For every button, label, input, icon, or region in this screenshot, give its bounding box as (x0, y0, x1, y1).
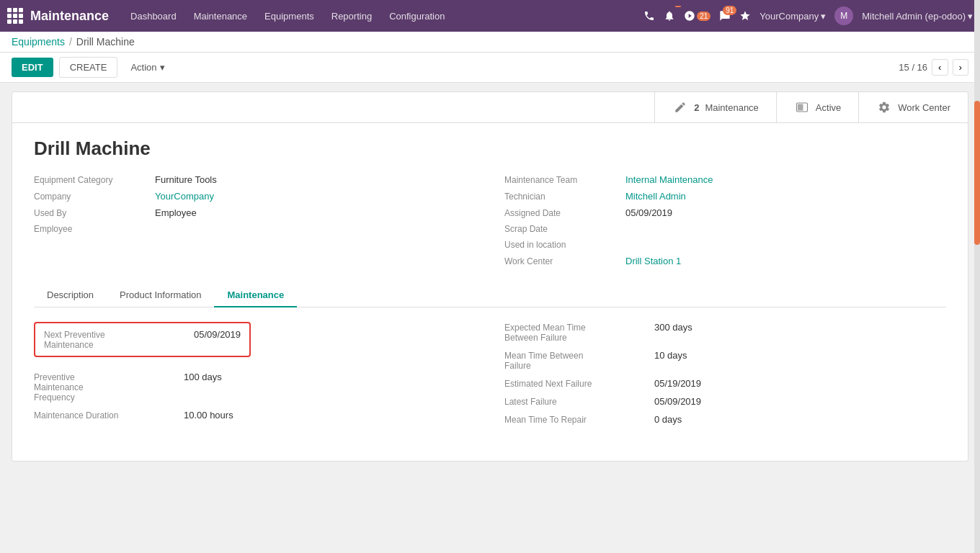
action-chevron-icon: ▾ (160, 62, 165, 73)
user-label: Mitchell Admin (ep-odoo) (862, 11, 966, 22)
grid-icon[interactable] (7, 8, 23, 24)
activity-badge: 21 (697, 12, 710, 21)
field-label-estimated-next-failure: Estimated Next Failure (504, 379, 649, 389)
record-card: 2 Maintenance Active Work Center Drill M… (12, 91, 968, 462)
field-label-used-by: Used By (34, 208, 149, 218)
active-label: Active (816, 102, 841, 113)
breadcrumb-separator: / (69, 36, 72, 48)
field-value-company[interactable]: YourCompany (155, 191, 214, 202)
record-body: Drill Machine Equipment Category Furnitu… (12, 123, 968, 461)
maintenance-label: Maintenance (705, 102, 758, 113)
field-equipment-category: Equipment Category Furniture Tools (34, 174, 476, 185)
bell-icon[interactable] (664, 10, 675, 22)
record-title: Drill Machine (34, 138, 946, 160)
action-label: Action (130, 62, 156, 73)
action-dropdown[interactable]: Action ▾ (123, 58, 172, 77)
app-title: Maintenance (30, 9, 109, 24)
field-used-by: Used By Employee (34, 207, 476, 218)
nav-equipments[interactable]: Equipments (257, 8, 321, 24)
field-label-preventive-frequency: PreventiveMaintenanceFrequency (34, 372, 178, 403)
field-value-estimated-next-failure: 05/19/2019 (654, 378, 701, 389)
tab-left-col: Next PreventiveMaintenance 05/09/2019 Pr… (34, 322, 476, 432)
field-label-expected-mtbf: Expected Mean TimeBetween Failure (504, 323, 649, 343)
stat-row: 2 Maintenance Active Work Center (12, 92, 968, 123)
create-button[interactable]: CREATE (59, 57, 118, 78)
scrollbar-thumb (974, 101, 980, 245)
workcenter-label: Work Center (898, 102, 950, 113)
field-scrap-date: Scrap Date (504, 224, 946, 234)
breadcrumb-parent[interactable]: Equipments (12, 36, 65, 48)
field-value-maintenance-team[interactable]: Internal Maintenance (625, 174, 713, 185)
tab-fields-row: Next PreventiveMaintenance 05/09/2019 Pr… (34, 322, 946, 432)
action-bar: EDIT CREATE Action ▾ 15 / 16 ‹ › (0, 53, 980, 83)
nav-reporting[interactable]: Reporting (324, 8, 379, 24)
field-label-work-center: Work Center (504, 256, 620, 266)
settings-icon (876, 99, 892, 115)
field-label-latest-failure: Latest Failure (504, 397, 649, 407)
maintenance-tab-content: Next PreventiveMaintenance 05/09/2019 Pr… (34, 307, 946, 446)
field-estimated-next-failure: Estimated Next Failure 05/19/2019 (504, 378, 946, 389)
phone-icon[interactable] (643, 10, 655, 22)
main-content: 2 Maintenance Active Work Center Drill M… (0, 83, 980, 470)
field-label-scrap-date: Scrap Date (504, 224, 620, 234)
field-value-preventive-frequency: 100 days (184, 372, 222, 382)
field-label-company: Company (34, 192, 149, 202)
edit-button[interactable]: EDIT (12, 58, 53, 77)
app-brand[interactable]: Maintenance (7, 8, 109, 24)
tab-description[interactable]: Description (34, 284, 107, 307)
pagination-count: 15 / 16 (899, 62, 927, 73)
stat-workcenter[interactable]: Work Center (858, 92, 968, 122)
right-fields: Maintenance Team Internal Maintenance Te… (504, 174, 946, 272)
activity-icon[interactable]: 21 (684, 10, 710, 22)
field-label-employee: Employee (34, 224, 149, 234)
field-value-next-preventive: 05/09/2019 (194, 329, 241, 340)
pagination: 15 / 16 ‹ › (899, 59, 968, 76)
star-icon[interactable] (739, 10, 751, 22)
chat-icon[interactable]: 91 (719, 10, 731, 22)
field-company: Company YourCompany (34, 191, 476, 202)
field-value-equipment-category: Furniture Tools (155, 174, 217, 185)
field-mtbf: Mean Time BetweenFailure 10 days (504, 350, 946, 371)
next-page-button[interactable]: › (953, 59, 968, 76)
nav-right: 21 91 YourCompany ▾ M Mitchell Admin (ep… (643, 6, 973, 25)
field-preventive-frequency: PreventiveMaintenanceFrequency 100 days (34, 372, 476, 403)
stat-maintenance[interactable]: 2 Maintenance (654, 92, 776, 122)
navbar: Maintenance Dashboard Maintenance Equipm… (0, 0, 980, 32)
next-preventive-wrapper: Next PreventiveMaintenance 05/09/2019 (34, 322, 476, 364)
field-label-used-in-location: Used in location (504, 240, 620, 250)
nav-configuration[interactable]: Configuration (382, 8, 452, 24)
tab-product-information[interactable]: Product Information (107, 284, 214, 307)
company-selector[interactable]: YourCompany ▾ (760, 11, 826, 22)
field-label-assigned-date: Assigned Date (504, 208, 620, 218)
pencil-icon (672, 99, 688, 115)
field-value-expected-mtbf: 300 days (654, 322, 692, 333)
field-latest-failure: Latest Failure 05/09/2019 (504, 396, 946, 407)
prev-page-button[interactable]: ‹ (932, 59, 948, 76)
field-label-next-preventive: Next PreventiveMaintenance (44, 330, 188, 350)
nav-maintenance[interactable]: Maintenance (187, 8, 254, 24)
field-value-work-center[interactable]: Drill Station 1 (625, 256, 681, 266)
field-value-assigned-date: 05/09/2019 (625, 207, 672, 218)
field-assigned-date: Assigned Date 05/09/2019 (504, 207, 946, 218)
bell-badge (675, 6, 681, 7)
breadcrumb-bar: Equipments / Drill Machine (0, 32, 980, 53)
field-expected-mtbf: Expected Mean TimeBetween Failure 300 da… (504, 322, 946, 343)
stat-active[interactable]: Active (776, 92, 858, 122)
breadcrumb: Equipments / Drill Machine (12, 36, 135, 48)
nav-dashboard[interactable]: Dashboard (123, 8, 184, 24)
field-label-maintenance-team: Maintenance Team (504, 175, 620, 185)
user-selector[interactable]: Mitchell Admin (ep-odoo) ▾ (862, 11, 973, 22)
user-avatar[interactable]: M (834, 6, 853, 25)
scrollbar[interactable] (974, 0, 980, 470)
field-label-maintenance-duration: Maintenance Duration (34, 410, 178, 421)
nav-links: Dashboard Maintenance Equipments Reporti… (123, 8, 643, 24)
field-value-maintenance-duration: 10.00 hours (184, 410, 233, 421)
field-value-technician[interactable]: Mitchell Admin (625, 191, 686, 202)
field-label-technician: Technician (504, 192, 620, 202)
breadcrumb-current: Drill Machine (76, 36, 135, 48)
field-label-mean-time-repair: Mean Time To Repair (504, 415, 649, 425)
tab-maintenance[interactable]: Maintenance (214, 284, 297, 307)
highlight-box: Next PreventiveMaintenance 05/09/2019 (34, 322, 251, 357)
field-value-used-by: Employee (155, 207, 197, 218)
field-value-latest-failure: 05/09/2019 (654, 396, 701, 407)
